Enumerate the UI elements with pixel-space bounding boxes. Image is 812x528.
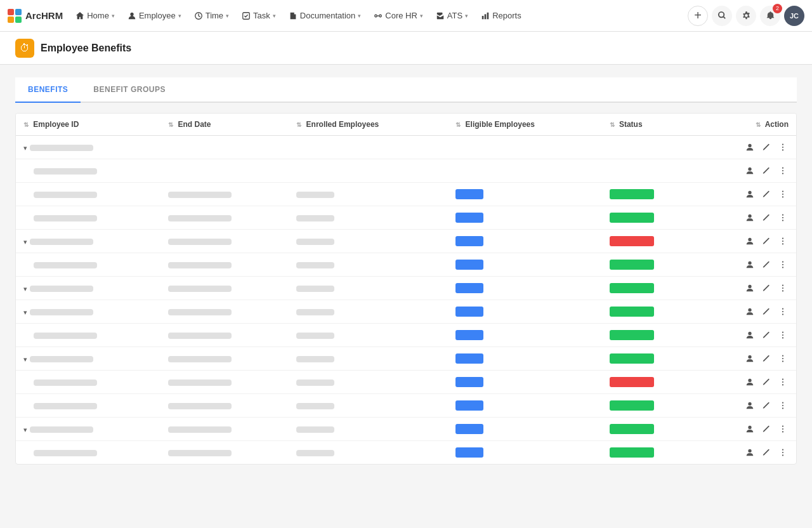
sort-icon-enrolled: ⇅: [296, 121, 301, 128]
edit-icon: [762, 166, 771, 175]
edit-icon: [762, 354, 771, 363]
add-button[interactable]: +: [688, 6, 708, 26]
app-logo[interactable]: ArcHRM: [8, 9, 63, 23]
nav-documentation[interactable]: Documentation ▾: [284, 7, 366, 24]
nav-employee[interactable]: Employee ▾: [122, 7, 187, 24]
view-employee-button[interactable]: [744, 447, 756, 458]
tab-benefit-groups[interactable]: BENEFIT GROUPS: [81, 77, 178, 103]
edit-button[interactable]: [761, 400, 772, 411]
more-button[interactable]: [777, 376, 789, 388]
edit-button[interactable]: [761, 447, 772, 458]
more-button[interactable]: [777, 353, 789, 364]
edit-button[interactable]: [761, 306, 772, 317]
status-badge-green: [610, 424, 654, 434]
view-employee-button[interactable]: [744, 188, 756, 200]
view-employee-button[interactable]: [744, 259, 756, 270]
col-end-date: ⇅ End Date: [160, 114, 289, 136]
table-row: ▾: [16, 300, 796, 324]
edit-button[interactable]: [761, 423, 772, 435]
more-button[interactable]: [777, 212, 789, 223]
cell-enrolled: [289, 277, 448, 300]
view-employee-button[interactable]: [744, 235, 756, 247]
edit-button[interactable]: [761, 235, 772, 247]
cell-status: [602, 300, 699, 324]
col-enrolled: ⇅ Enrolled Employees: [289, 114, 448, 136]
more-button[interactable]: [777, 235, 789, 247]
nav-time[interactable]: Time ▾: [189, 7, 234, 24]
nav-employee-label: Employee: [139, 11, 176, 20]
more-button[interactable]: [777, 447, 789, 458]
view-employee-button[interactable]: [744, 376, 756, 388]
nav-ats[interactable]: ATS ▾: [431, 7, 473, 24]
edit-button[interactable]: [761, 376, 772, 388]
action-buttons: [707, 259, 789, 270]
more-button[interactable]: [777, 188, 789, 200]
edit-button[interactable]: [761, 282, 772, 294]
svg-point-44: [782, 337, 783, 338]
expand-button[interactable]: ▾: [23, 355, 30, 364]
edit-button[interactable]: [761, 329, 772, 341]
cell-action: [699, 230, 796, 253]
tab-benefits[interactable]: BENEFITS: [15, 77, 81, 103]
view-employee-button[interactable]: [744, 353, 756, 364]
edit-button[interactable]: [761, 188, 772, 200]
svg-point-19: [782, 194, 783, 195]
nav-corehr[interactable]: Core HR ▾: [369, 7, 428, 24]
cell-employee-id: [16, 183, 160, 206]
view-employee-button[interactable]: [744, 306, 756, 317]
edit-button[interactable]: [761, 142, 772, 153]
home-icon: [75, 11, 84, 20]
svg-point-34: [782, 285, 783, 286]
notification-bell[interactable]: 2: [760, 6, 780, 26]
svg-point-0: [130, 12, 133, 15]
view-employee-button[interactable]: [744, 142, 756, 153]
expand-button[interactable]: ▾: [23, 285, 30, 293]
view-employee-button[interactable]: [744, 329, 756, 341]
cell-action: [699, 253, 796, 277]
edit-icon: [762, 237, 771, 246]
expand-button[interactable]: ▾: [23, 308, 30, 317]
view-employee-button[interactable]: [744, 212, 756, 223]
edit-button[interactable]: [761, 259, 772, 270]
nav-reports[interactable]: Reports: [476, 7, 527, 24]
cell-action: [699, 206, 796, 230]
action-buttons: [707, 235, 789, 247]
expand-button[interactable]: ▾: [23, 144, 30, 152]
sort-icon-eligible: ⇅: [455, 121, 461, 128]
table-row: [16, 159, 796, 183]
view-employee-button[interactable]: [744, 400, 756, 411]
expand-button[interactable]: ▾: [23, 426, 30, 434]
nav-home[interactable]: Home ▾: [70, 7, 120, 24]
search-button[interactable]: [712, 6, 732, 26]
settings-button[interactable]: [736, 6, 756, 26]
edit-button[interactable]: [761, 353, 772, 364]
view-employee-button[interactable]: [744, 165, 756, 176]
status-badge-green: [610, 213, 654, 223]
sort-icon-status: ⇅: [610, 121, 615, 128]
more-button[interactable]: [777, 165, 789, 176]
nav-task[interactable]: Task ▾: [237, 7, 281, 24]
view-employee-button[interactable]: [744, 423, 756, 435]
svg-point-12: [782, 149, 783, 150]
more-button[interactable]: [777, 329, 789, 341]
page-header: ⏱ Employee Benefits: [0, 32, 812, 65]
more-button[interactable]: [777, 423, 789, 435]
skel-enrolled: [296, 356, 334, 362]
cell-status: [602, 371, 699, 394]
more-button[interactable]: [777, 142, 789, 153]
skel-end-date: [168, 403, 232, 409]
more-button[interactable]: [777, 282, 789, 294]
more-button[interactable]: [777, 400, 789, 411]
svg-point-55: [782, 405, 783, 406]
status-badge-red: [610, 377, 654, 387]
user-avatar[interactable]: JC: [784, 6, 804, 26]
expand-button[interactable]: ▾: [23, 238, 30, 246]
svg-point-8: [718, 12, 723, 17]
more-button[interactable]: [777, 306, 789, 317]
cell-end-date: [160, 183, 289, 206]
edit-button[interactable]: [761, 165, 772, 176]
edit-button[interactable]: [761, 212, 772, 223]
svg-point-52: [782, 384, 783, 385]
view-employee-button[interactable]: [744, 282, 756, 294]
more-button[interactable]: [777, 259, 789, 270]
